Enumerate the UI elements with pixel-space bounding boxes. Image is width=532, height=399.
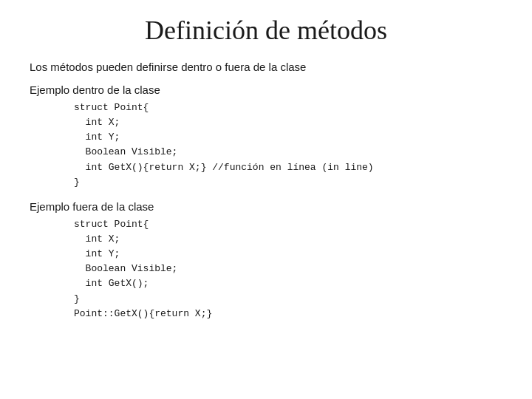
outside-label: Ejemplo fuera de la clase — [30, 200, 502, 213]
code-outside: struct Point{ int X; int Y; Boolean Visi… — [74, 217, 502, 321]
inside-label: Ejemplo dentro de la clase — [30, 83, 502, 96]
outside-section: Ejemplo fuera de la clase struct Point{ … — [30, 200, 502, 321]
code-inside: struct Point{ int X; int Y; Boolean Visi… — [74, 100, 502, 190]
intro-text: Los métodos pueden definirse dentro o fu… — [30, 61, 502, 73]
page: Definición de métodos Los métodos pueden… — [0, 0, 532, 399]
intro-section: Los métodos pueden definirse dentro o fu… — [30, 61, 502, 73]
page-title: Definición de métodos — [30, 15, 502, 46]
inside-section: Ejemplo dentro de la clase struct Point{… — [30, 83, 502, 190]
